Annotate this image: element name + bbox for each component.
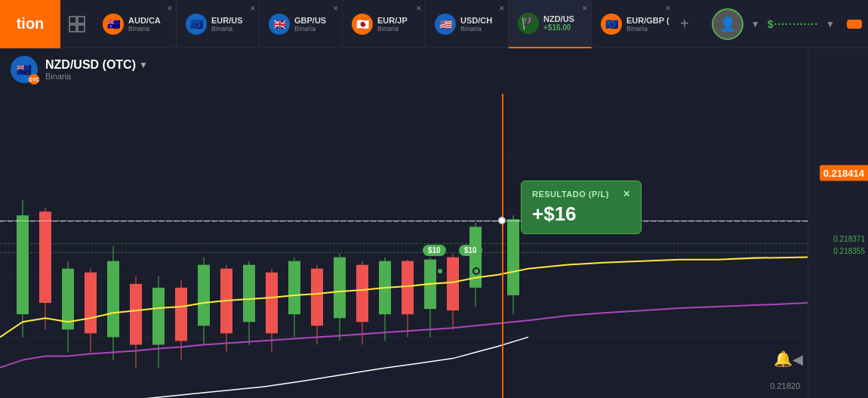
vertical-crosshair (502, 94, 503, 398)
balance-dropdown-icon[interactable]: ▼ (826, 19, 835, 29)
trade-marker-1[interactable]: $10 (423, 245, 446, 256)
price-level-2: 0.218355 (833, 247, 865, 255)
tab-flag-eur-gbp: 🇪🇺 (601, 14, 622, 35)
result-popup-title: RESULTADO (P/L) (532, 190, 609, 199)
svg-rect-2 (69, 25, 76, 32)
top-bar: tion 🇦🇺 AUD/CA Binaria ✕ 🇪🇺 EUR/US Binar… (0, 0, 868, 48)
chart-area: 🇳🇿 OTC NZD/USD (OTC) ▼ Binaria (0, 48, 868, 398)
svg-rect-3 (78, 25, 85, 32)
svg-rect-31 (266, 273, 278, 334)
tab-flag-usd-chf: 🇺🇸 (435, 14, 456, 35)
price-level-1: 0.218371 (833, 235, 865, 243)
tab-aud-cad[interactable]: 🇦🇺 AUD/CA Binaria ✕ (94, 0, 177, 48)
svg-rect-35 (311, 269, 323, 326)
tab-flag-nzd-usd: 🏴 (518, 13, 539, 34)
svg-rect-11 (39, 211, 51, 303)
svg-rect-13 (62, 269, 74, 330)
symbol-flag: 🇳🇿 OTC (11, 56, 38, 83)
chart-symbol-type: Binaria (45, 72, 148, 81)
price-axis: 0.218414 0.218371 0.218355 (808, 48, 868, 398)
horizontal-crosshair (0, 221, 808, 221)
tab-close-gbp-usd[interactable]: ✕ (333, 5, 339, 12)
svg-rect-15 (85, 273, 97, 334)
avatar[interactable]: 👤 (712, 8, 743, 40)
result-popup-close-button[interactable]: ✕ (623, 189, 631, 199)
grid-icon[interactable] (60, 0, 94, 48)
tabs-container: 🇦🇺 AUD/CA Binaria ✕ 🇪🇺 EUR/US Binaria ✕ … (94, 0, 669, 48)
tab-close-eur-jpy[interactable]: ✕ (416, 5, 422, 12)
result-popup-value: +$16 (532, 202, 630, 226)
tab-close-eur-gbp[interactable]: ✕ (665, 5, 669, 12)
avatar-dropdown-icon[interactable]: ▼ (751, 19, 760, 29)
svg-rect-51 (507, 219, 519, 295)
tab-eur-gbp[interactable]: 🇪🇺 EUR/GBP (O... Binaria ✕ (592, 0, 669, 48)
svg-rect-29 (243, 265, 255, 322)
tab-close-eur-usd[interactable]: ✕ (250, 5, 256, 12)
chart-symbol-name: NZD/USD (OTC) (45, 58, 136, 72)
svg-rect-0 (69, 17, 76, 23)
tab-usd-chf[interactable]: 🇺🇸 USD/CH Binaria ✕ (426, 0, 509, 48)
bottom-price-label: 0.21820 (770, 381, 800, 390)
balance-display: $············ (768, 18, 818, 30)
otc-badge: OTC (29, 74, 39, 85)
tab-eur-usd[interactable]: 🇪🇺 EUR/US Binaria ✕ (177, 0, 260, 48)
svg-rect-25 (198, 265, 210, 326)
result-popup: RESULTADO (P/L) ✕ +$16 (521, 180, 642, 234)
svg-rect-33 (288, 261, 300, 315)
candlestick-chart (0, 94, 808, 398)
tab-flag-eur-jpy: 🇯🇵 (352, 14, 373, 35)
svg-rect-19 (130, 284, 142, 345)
chart-header: 🇳🇿 OTC NZD/USD (OTC) ▼ Binaria (0, 48, 159, 91)
tab-close-nzd-usd[interactable]: ✕ (582, 5, 588, 12)
main-area: 🇳🇿 OTC NZD/USD (OTC) ▼ Binaria (0, 48, 868, 398)
trade-marker-2[interactable]: $10 (459, 245, 482, 256)
tab-close-usd-chf[interactable]: ✕ (499, 5, 505, 12)
scroll-left-icon[interactable]: ◀ (793, 351, 803, 368)
tab-flag-gbp-usd: 🇬🇧 (269, 14, 290, 35)
bell-icon[interactable]: 🔔 (774, 350, 793, 368)
user-area: 👤 ▼ $············ ▼ (700, 0, 847, 48)
tab-flag-aud-cad: 🇦🇺 (103, 14, 124, 35)
svg-rect-43 (402, 261, 414, 315)
crosshair-dot (498, 217, 506, 224)
svg-rect-39 (356, 265, 368, 322)
add-tab-button[interactable]: + (669, 0, 700, 48)
svg-rect-9 (17, 215, 29, 314)
svg-rect-1 (78, 17, 85, 23)
svg-rect-47 (447, 258, 459, 311)
logo: tion (0, 0, 60, 48)
tab-eur-jpy[interactable]: 🇯🇵 EUR/JP Binaria ✕ (343, 0, 426, 48)
tab-close-aud-cad[interactable]: ✕ (167, 5, 173, 12)
tab-nzd-usd[interactable]: 🏴 NZD/US +$16.00 ✕ (509, 0, 592, 48)
trade-dot-1 (436, 267, 444, 275)
current-price-label: 0.218414 (820, 165, 868, 181)
symbol-chevron-icon[interactable]: ▼ (139, 60, 148, 70)
tab-flag-eur-usd: 🇪🇺 (186, 14, 207, 35)
tab-gbp-usd[interactable]: 🇬🇧 GBP/US Binaria ✕ (260, 0, 343, 48)
trade-dot-2 (472, 267, 480, 275)
svg-rect-21 (152, 288, 165, 345)
svg-rect-17 (107, 261, 119, 338)
deposit-button[interactable] (847, 20, 862, 29)
svg-rect-37 (334, 258, 346, 319)
svg-rect-23 (175, 288, 187, 341)
